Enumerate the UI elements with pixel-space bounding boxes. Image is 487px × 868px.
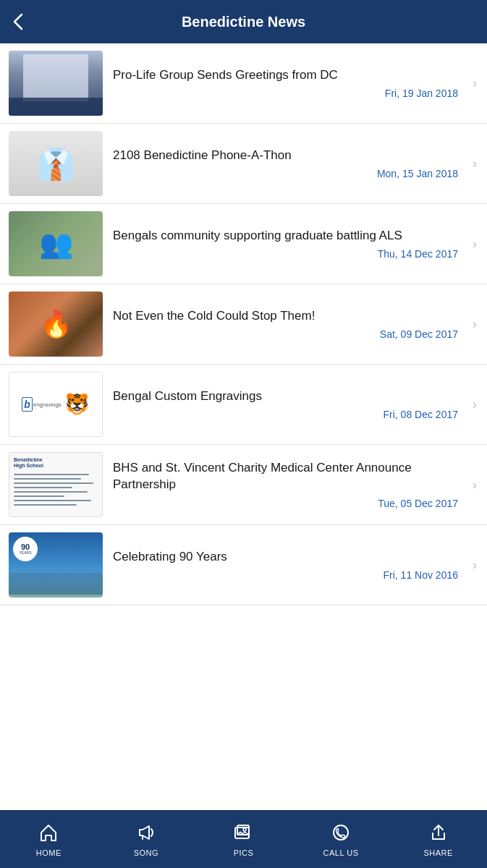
news-date-6: Tue, 05 Dec 2017 xyxy=(113,498,458,509)
news-content-5: Bengal Custom Engravings Fri, 08 Dec 201… xyxy=(113,388,478,421)
news-content-4: Not Even the Cold Could Stop Them! Sat, … xyxy=(113,308,478,341)
news-title-6: BHS and St. Vincent Charity Medical Cent… xyxy=(113,460,458,493)
news-thumbnail-6: BenedictineHigh School xyxy=(9,452,103,517)
news-date-5: Fri, 08 Dec 2017 xyxy=(113,409,458,420)
chevron-icon-5: › xyxy=(473,397,477,412)
news-title-7: Celebrating 90 Years xyxy=(113,549,458,566)
chevron-icon-4: › xyxy=(473,317,477,332)
tab-share[interactable]: SHARE xyxy=(389,811,487,868)
news-date-2: Mon, 15 Jan 2018 xyxy=(113,168,458,179)
news-title-5: Bengal Custom Engravings xyxy=(113,388,458,405)
tab-bar: HOME SONG PICS xyxy=(0,810,487,868)
news-list: Pro-Life Group Sends Greetings from DC F… xyxy=(0,43,487,810)
news-content-7: Celebrating 90 Years Fri, 11 Nov 2016 xyxy=(113,549,478,582)
news-item-4[interactable]: 🔥 Not Even the Cold Could Stop Them! Sat… xyxy=(0,284,487,365)
news-item-1[interactable]: Pro-Life Group Sends Greetings from DC F… xyxy=(0,43,487,124)
home-icon xyxy=(38,822,59,846)
news-item-3[interactable]: 👥 Bengals community supporting graduate … xyxy=(0,204,487,284)
news-date-7: Fri, 11 Nov 2016 xyxy=(113,569,458,581)
news-title-3: Bengals community supporting graduate ba… xyxy=(113,228,458,244)
back-button[interactable] xyxy=(12,12,26,32)
chevron-icon-7: › xyxy=(473,558,477,573)
phone-icon xyxy=(331,822,351,846)
news-content-2: 2108 Benedictine Phone-A-Thon Mon, 15 Ja… xyxy=(113,148,478,180)
tab-pics[interactable]: PICS xyxy=(195,811,292,868)
news-item-6[interactable]: BenedictineHigh School BHS and St. Vince… xyxy=(0,445,487,525)
news-date-1: Fri, 19 Jan 2018 xyxy=(113,88,458,99)
megaphone-icon xyxy=(136,822,156,846)
tab-share-label: SHARE xyxy=(423,848,452,857)
news-thumbnail-3: 👥 xyxy=(9,211,103,276)
news-item-5[interactable]: b engravings 🐯 Bengal Custom Engravings … xyxy=(0,365,487,445)
news-thumbnail-4: 🔥 xyxy=(9,292,103,357)
news-content-1: Pro-Life Group Sends Greetings from DC F… xyxy=(113,67,478,100)
news-title-4: Not Even the Cold Could Stop Them! xyxy=(113,308,458,325)
news-content-3: Bengals community supporting graduate ba… xyxy=(113,228,478,260)
news-title-1: Pro-Life Group Sends Greetings from DC xyxy=(113,67,458,84)
tab-home[interactable]: HOME xyxy=(0,811,98,868)
tab-call-us-label: CALL US xyxy=(323,848,359,857)
news-thumbnail-2: 👔 xyxy=(9,131,103,196)
share-icon xyxy=(428,822,449,846)
tab-home-label: HOME xyxy=(36,848,62,857)
svg-point-2 xyxy=(243,828,246,831)
header: Benedictine News xyxy=(0,0,487,43)
news-thumbnail-1 xyxy=(9,51,103,116)
tab-pics-label: PICS xyxy=(234,848,254,857)
news-thumbnail-7: 90 YEARS xyxy=(9,532,103,597)
tab-song[interactable]: SONG xyxy=(98,811,195,868)
chevron-icon-2: › xyxy=(473,156,477,171)
chevron-icon-6: › xyxy=(473,477,477,493)
photos-icon xyxy=(233,822,253,846)
news-thumbnail-5: b engravings 🐯 xyxy=(9,372,103,437)
news-content-6: BHS and St. Vincent Charity Medical Cent… xyxy=(113,460,478,509)
news-title-2: 2108 Benedictine Phone-A-Thon xyxy=(113,148,458,164)
news-date-3: Thu, 14 Dec 2017 xyxy=(113,248,458,260)
chevron-icon-1: › xyxy=(473,76,477,91)
news-date-4: Sat, 09 Dec 2017 xyxy=(113,328,458,340)
news-item-7[interactable]: 90 YEARS Celebrating 90 Years Fri, 11 No… xyxy=(0,525,487,605)
chevron-icon-3: › xyxy=(473,237,477,252)
news-item-2[interactable]: 👔 2108 Benedictine Phone-A-Thon Mon, 15 … xyxy=(0,124,487,204)
svg-point-3 xyxy=(334,825,348,840)
tab-call-us[interactable]: CALL US xyxy=(292,811,390,868)
tab-song-label: SONG xyxy=(134,848,158,857)
page-title: Benedictine News xyxy=(182,14,305,30)
